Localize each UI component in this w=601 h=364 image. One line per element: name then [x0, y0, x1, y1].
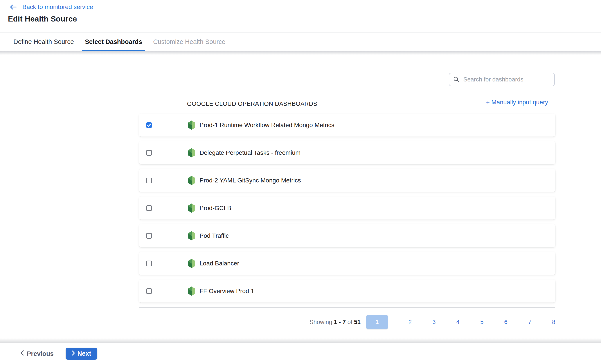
dashboard-row[interactable]: FF Overview Prod 1	[139, 280, 555, 303]
search-input[interactable]	[463, 76, 551, 83]
edit-health-source-page: Back to monitored service Edit Health So…	[0, 0, 601, 364]
dashboard-list: Prod-1 Runtime Workflow Related Mongo Me…	[139, 113, 555, 307]
tab-label: Select Dashboards	[85, 38, 142, 45]
tab-define-health-source[interactable]: Define Health Source	[10, 33, 77, 51]
dashboard-row[interactable]: Prod-GCLB	[139, 196, 555, 220]
dashboard-label: Prod-2 YAML GitSync Mongo Metrics	[200, 177, 301, 184]
page-button[interactable]: 5	[480, 319, 484, 326]
page-button[interactable]: 2	[409, 319, 412, 326]
dashboard-label: Prod-1 Runtime Workflow Related Mongo Me…	[200, 122, 334, 129]
dashboard-search-box[interactable]	[449, 73, 555, 86]
dashboard-checkbox[interactable]	[146, 233, 152, 239]
tab-label: Customize Health Source	[153, 38, 225, 45]
showing-summary: Showing 1 - 7 of 51	[310, 319, 361, 326]
dashboard-checkbox[interactable]	[146, 288, 152, 294]
dashboard-checkbox[interactable]	[146, 205, 152, 211]
showing-of: of	[348, 319, 352, 325]
dashboard-hexagon-icon	[187, 203, 196, 213]
tab-bar: Define Health Source Select Dashboards C…	[0, 32, 601, 51]
dashboard-checkbox[interactable]	[146, 178, 152, 183]
dashboard-row[interactable]: Pod Traffic	[139, 224, 555, 247]
page-title: Edit Health Source	[8, 14, 77, 23]
footer-shadow	[0, 338, 601, 343]
dashboard-checkbox[interactable]	[146, 150, 152, 156]
dashboard-hexagon-icon	[187, 231, 196, 241]
previous-button[interactable]: Previous	[20, 350, 54, 357]
dashboard-hexagon-icon	[187, 120, 196, 130]
tabbar-shadow	[0, 51, 601, 55]
search-icon	[453, 76, 460, 83]
back-arrow-icon	[9, 4, 17, 10]
dashboard-checkbox[interactable]	[146, 261, 152, 266]
page-links: 12345678	[366, 315, 555, 329]
dashboard-label: FF Overview Prod 1	[200, 288, 254, 295]
tab-label: Define Health Source	[13, 38, 74, 45]
dashboards-section-heading: GOOGLE CLOUD OPERATION DASHBOARDS	[187, 101, 317, 107]
list-divider	[139, 307, 555, 308]
dashboard-row[interactable]: Prod-1 Runtime Workflow Related Mongo Me…	[139, 113, 555, 137]
pagination: Showing 1 - 7 of 51 12345678	[310, 315, 555, 329]
previous-label: Previous	[27, 350, 54, 357]
dashboard-row[interactable]: Delegate Perpetual Tasks - freemium	[139, 141, 555, 164]
dashboard-hexagon-icon	[187, 258, 196, 269]
dashboard-hexagon-icon	[187, 148, 196, 158]
page-button[interactable]: 3	[432, 319, 436, 326]
page-button[interactable]: 7	[528, 319, 531, 326]
footer-bar: Previous Next	[0, 343, 601, 364]
showing-range: 1 - 7	[334, 319, 346, 325]
dashboard-row[interactable]: Load Balancer	[139, 252, 555, 275]
showing-prefix: Showing	[310, 319, 332, 325]
page-button[interactable]: 4	[456, 319, 460, 326]
tab-customize-health-source[interactable]: Customize Health Source	[150, 33, 229, 51]
dashboard-label: Pod Traffic	[200, 232, 229, 239]
back-to-monitored-service-link[interactable]: Back to monitored service	[9, 3, 93, 10]
page-button-active[interactable]: 1	[366, 315, 388, 329]
page-button[interactable]: 8	[552, 319, 555, 326]
dashboard-hexagon-icon	[187, 286, 196, 296]
dashboard-label: Prod-GCLB	[200, 205, 231, 212]
showing-total: 51	[354, 319, 361, 325]
tab-select-dashboards[interactable]: Select Dashboards	[82, 33, 145, 51]
dashboard-checkbox-checked[interactable]	[146, 122, 152, 128]
page-button[interactable]: 6	[504, 319, 508, 326]
next-button[interactable]: Next	[66, 348, 97, 360]
chevron-left-icon	[20, 350, 24, 357]
dashboard-hexagon-icon	[187, 175, 196, 185]
manually-input-query-link[interactable]: + Manually input query	[486, 99, 548, 106]
dashboard-label: Load Balancer	[200, 260, 239, 267]
dashboard-label: Delegate Perpetual Tasks - freemium	[200, 149, 300, 156]
next-label: Next	[78, 350, 91, 357]
chevron-right-icon	[72, 350, 75, 357]
dashboard-row[interactable]: Prod-2 YAML GitSync Mongo Metrics	[139, 169, 555, 192]
back-link-label: Back to monitored service	[22, 3, 93, 10]
